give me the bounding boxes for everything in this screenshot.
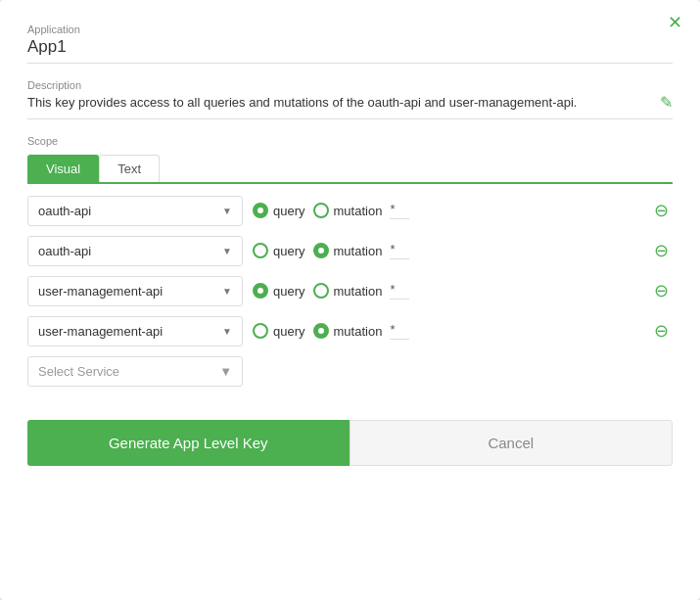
radio-group-2: query mutation * bbox=[253, 242, 644, 259]
query-radio-4[interactable]: query bbox=[253, 323, 305, 339]
description-field-group: Description This key provides access to … bbox=[27, 79, 673, 135]
remove-button-1[interactable]: ⊖ bbox=[654, 202, 669, 219]
wildcard-1: * bbox=[390, 202, 409, 219]
scope-row: oauth-api ▼ query mutation * ⊖ bbox=[27, 196, 669, 226]
chevron-down-icon: ▼ bbox=[219, 364, 232, 379]
query-label-4: query bbox=[273, 324, 305, 339]
wildcard-4: * bbox=[390, 322, 409, 340]
mutation-radio-unchecked-3 bbox=[313, 283, 329, 299]
remove-button-4[interactable]: ⊖ bbox=[654, 322, 669, 340]
query-radio-1[interactable]: query bbox=[253, 203, 305, 218]
application-field-group: Application App1 bbox=[27, 23, 673, 64]
service-select-4-value: user-management-api bbox=[38, 324, 163, 339]
service-select-2-value: oauth-api bbox=[38, 244, 91, 258]
footer-buttons: Generate App Level Key Cancel bbox=[27, 420, 673, 466]
chevron-down-icon: ▼ bbox=[222, 286, 232, 297]
service-select-4[interactable]: user-management-api ▼ bbox=[27, 316, 243, 346]
service-select-3-value: user-management-api bbox=[38, 284, 163, 299]
query-label-2: query bbox=[273, 244, 305, 258]
tab-visual[interactable]: Visual bbox=[27, 155, 99, 182]
scope-row: user-management-api ▼ query mutation * ⊖ bbox=[27, 316, 669, 346]
application-label: Application bbox=[27, 23, 673, 35]
query-radio-checked-3 bbox=[253, 283, 268, 299]
select-service-label: Select Service bbox=[38, 364, 119, 379]
select-service-row: Select Service ▼ bbox=[27, 356, 669, 387]
description-row: This key provides access to all queries … bbox=[27, 93, 673, 119]
mutation-radio-3[interactable]: mutation bbox=[313, 283, 383, 299]
query-label-3: query bbox=[273, 284, 305, 299]
mutation-radio-1[interactable]: mutation bbox=[313, 203, 383, 218]
wildcard-3: * bbox=[390, 282, 409, 300]
scope-label: Scope bbox=[27, 135, 673, 147]
radio-group-1: query mutation * bbox=[253, 202, 644, 219]
wildcard-2: * bbox=[390, 242, 409, 259]
edit-icon[interactable]: ✎ bbox=[660, 93, 673, 112]
mutation-label-4: mutation bbox=[334, 324, 383, 339]
mutation-label-3: mutation bbox=[334, 284, 383, 299]
query-label-1: query bbox=[273, 204, 305, 218]
scope-rows-container: oauth-api ▼ query mutation * ⊖ oauth-api bbox=[27, 196, 673, 396]
query-radio-checked-1 bbox=[253, 203, 268, 218]
mutation-radio-unchecked-1 bbox=[313, 203, 329, 218]
radio-group-4: query mutation * bbox=[253, 322, 644, 340]
scope-row: user-management-api ▼ query mutation * ⊖ bbox=[27, 276, 669, 306]
select-service-dropdown[interactable]: Select Service ▼ bbox=[27, 356, 243, 387]
service-select-2[interactable]: oauth-api ▼ bbox=[27, 236, 243, 266]
service-select-1[interactable]: oauth-api ▼ bbox=[27, 196, 243, 226]
query-radio-unchecked-4 bbox=[253, 323, 268, 339]
service-select-1-value: oauth-api bbox=[38, 204, 91, 218]
mutation-label-2: mutation bbox=[334, 244, 383, 258]
description-value: This key provides access to all queries … bbox=[27, 93, 652, 113]
mutation-radio-4[interactable]: mutation bbox=[313, 323, 383, 339]
remove-button-3[interactable]: ⊖ bbox=[654, 282, 669, 300]
mutation-radio-2[interactable]: mutation bbox=[313, 243, 383, 258]
mutation-label-1: mutation bbox=[334, 204, 383, 218]
modal-dialog: ✕ Application App1 Description This key … bbox=[0, 0, 700, 600]
description-label: Description bbox=[27, 79, 673, 91]
scope-row: oauth-api ▼ query mutation * ⊖ bbox=[27, 236, 669, 266]
query-radio-unchecked-2 bbox=[253, 243, 268, 258]
mutation-radio-checked-2 bbox=[313, 243, 329, 258]
mutation-radio-checked-4 bbox=[313, 323, 329, 339]
service-select-3[interactable]: user-management-api ▼ bbox=[27, 276, 243, 306]
generate-button[interactable]: Generate App Level Key bbox=[27, 420, 350, 466]
chevron-down-icon: ▼ bbox=[222, 206, 232, 216]
cancel-button[interactable]: Cancel bbox=[350, 420, 674, 466]
application-value: App1 bbox=[27, 37, 673, 64]
query-radio-2[interactable]: query bbox=[253, 243, 305, 258]
chevron-down-icon: ▼ bbox=[222, 246, 232, 256]
radio-group-3: query mutation * bbox=[253, 282, 644, 300]
tab-text[interactable]: Text bbox=[99, 155, 160, 182]
close-button[interactable]: ✕ bbox=[668, 14, 682, 31]
remove-button-2[interactable]: ⊖ bbox=[654, 242, 669, 259]
chevron-down-icon: ▼ bbox=[222, 326, 232, 337]
query-radio-3[interactable]: query bbox=[253, 283, 305, 299]
scope-tabs: Visual Text bbox=[27, 155, 673, 184]
